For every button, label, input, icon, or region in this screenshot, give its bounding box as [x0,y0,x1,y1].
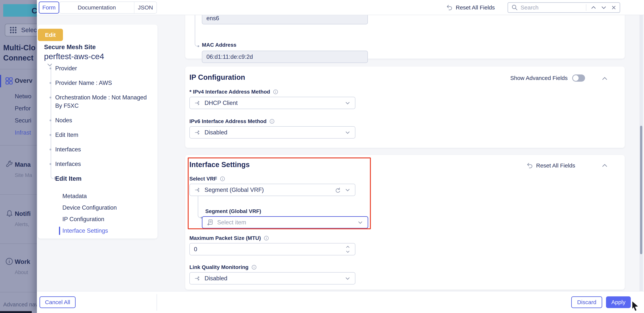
tree-item[interactable]: Interfaces [55,160,151,168]
tree-item[interactable]: Provider Name : AWS [55,79,151,87]
ipv4-method-select[interactable]: DHCP Client [190,97,355,109]
mtu-field[interactable] [190,243,355,255]
interface-settings-card: Interface Settings Reset All Fields Sele… [185,155,625,290]
ipv6-method-select[interactable]: Disabled [190,126,355,138]
number-stepper[interactable] [345,244,350,254]
mac-address-field: 06:d1:11:de:c9:2d [202,51,368,63]
workspace-select-button[interactable]: Select [5,24,37,36]
workspace-select-label: Select [21,26,37,34]
wizard-panel: Edit Secure Mesh Site perftest-aws-ce4 P… [38,24,158,238]
sidebar-item-manage-subtitle: Site Ma [15,172,32,178]
mouse-cursor [630,300,641,312]
info-icon [220,176,225,182]
sidebar-item-networking[interactable]: Netwo [15,93,32,100]
search-box[interactable] [508,2,620,13]
tree-item[interactable]: Provider [55,64,151,72]
tree-collapse-caret[interactable] [46,62,53,68]
reset-all-fields-label: Reset All Fields [536,162,575,169]
advanced-nav-label[interactable]: Advanced nav [3,302,37,308]
sidebar-item-manage[interactable]: Mana [15,161,30,168]
divider [0,145,37,146]
sidebar-item-security[interactable]: Securi [15,117,32,124]
tab-form[interactable]: Form [39,2,59,14]
divider [0,244,37,244]
tree-child-device-configuration[interactable]: Device Configuration [62,204,151,212]
tab-json[interactable]: JSON [134,2,156,13]
undo-icon [526,162,533,169]
info-icon [251,264,257,270]
tree-child-interface-settings[interactable]: Interface Settings [62,226,151,235]
wizard-tree: Provider Provider Name : AWS Orchestrati… [55,64,151,189]
brand-banner: C [3,4,37,17]
chevron-down-icon [344,129,351,136]
sidebar-item-workspace[interactable]: Work [15,258,30,265]
sidebar-item-overview[interactable]: Overv [15,77,32,84]
segment-select[interactable] [202,216,368,228]
sidebar-item-infrastructure[interactable]: Infrast [15,129,31,136]
wizard-tree-children: Metadata Device Configuration IP Configu… [62,192,151,238]
divider [0,292,37,292]
grid-dots-icon [9,26,18,34]
modal-topbar: Form Documentation JSON Reset All Fields [37,0,644,15]
select-vrf-label: Select VRF [190,176,225,182]
wrench-icon [5,160,14,168]
ip-configuration-card: IP Configuration Show Advanced Fields * … [185,66,625,148]
sidebar-item-notifications-subtitle: Alerts, [15,222,29,228]
search-controls [586,4,616,11]
info-circle-icon [5,257,14,266]
tree-child-ip-configuration[interactable]: IP Configuration [62,215,151,224]
show-advanced-fields-label: Show Advanced Fields [510,75,568,81]
tree-item[interactable]: Interfaces [55,145,151,154]
mac-address-label: MAC Address [202,42,236,48]
chevron-down-icon [344,187,351,193]
oneof-fork-icon [194,100,201,106]
divider [156,294,157,311]
window-edge [0,311,32,313]
oneof-fork-icon [194,186,201,194]
scrollbar[interactable] [640,15,643,291]
refresh-icon[interactable] [334,186,341,193]
tree-item[interactable]: Edit Item [55,131,151,139]
sidebar-item-notifications[interactable]: Notifi [15,210,30,217]
tree-item-current[interactable]: Edit Item [55,174,151,183]
sidebar-item-performance[interactable]: Perfor [15,105,30,112]
collapse-section-icon[interactable] [601,75,608,82]
cancel-all-button[interactable]: Cancel All [40,296,76,308]
chevron-down-icon [357,219,364,226]
select-vrf-select[interactable]: Segment (Global VRF) [190,184,355,196]
edit-badge: Edit [38,29,63,41]
app-window: C Select Multi-Clo Connect Overv [0,0,644,313]
tab-group: Documentation JSON [59,2,157,14]
show-advanced-fields: Show Advanced Fields [510,74,585,82]
search-next-icon[interactable] [601,4,607,10]
divider [0,194,37,195]
discard-button[interactable]: Discard [571,296,602,308]
mtu-input[interactable] [194,246,307,253]
oneof-fork-icon [194,129,201,136]
tab-documentation[interactable]: Documentation [60,2,134,13]
sidebar-item-workspace-subtitle: About [15,270,28,276]
segment-label: Segment (Global VRF) [205,208,261,214]
tree-item[interactable]: Nodes [55,116,151,124]
chevron-down-icon [344,275,351,282]
info-icon [269,118,275,124]
search-input[interactable] [520,4,584,11]
collapse-section-icon[interactable] [601,162,608,169]
tree-child-metadata[interactable]: Metadata [62,192,151,200]
search-close-icon[interactable] [611,5,616,10]
scrollbar-thumb[interactable] [640,126,642,254]
reset-all-fields-label: Reset All Fields [456,4,495,11]
apply-button[interactable]: Apply [606,296,631,308]
tree-item[interactable]: Orchestration Mode : Not Managed By F5XC [55,93,151,110]
show-advanced-fields-toggle[interactable] [572,74,585,82]
object-name: perftest-aws-ce4 [44,52,104,61]
reset-all-fields-section[interactable]: Reset All Fields [526,162,575,169]
ipv4-method-label: * IPv4 Interface Address Method [190,89,278,95]
search-prev-icon[interactable] [590,4,596,10]
reset-all-fields-top[interactable]: Reset All Fields [445,0,495,15]
mtu-label: Maximum Packet Size (MTU) [190,235,269,241]
segment-input[interactable] [217,219,364,226]
overview-grid-icon [5,77,13,85]
link-quality-select[interactable]: Disabled [190,272,355,284]
sidebar-title: Multi-Clo Connect [3,42,36,63]
